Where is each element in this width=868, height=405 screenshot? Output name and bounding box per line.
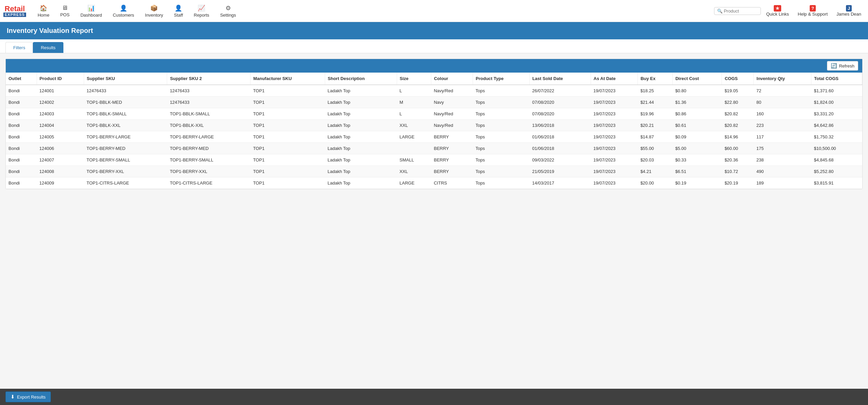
cell-8: Tops xyxy=(473,120,530,131)
cell-1: 124005 xyxy=(37,131,84,143)
nav-inventory[interactable]: 📦 Inventory xyxy=(140,2,168,20)
nav-dashboard-label: Dashboard xyxy=(80,13,102,18)
col-cogs: COGS xyxy=(722,73,754,85)
settings-icon: ⚙ xyxy=(225,4,231,12)
cell-11: $19.96 xyxy=(638,108,673,120)
cell-15: $4,845.68 xyxy=(811,154,862,166)
cell-14: 160 xyxy=(754,108,811,120)
cell-0: Bondi xyxy=(6,85,37,97)
cell-9: 26/07/2022 xyxy=(529,85,591,97)
cell-13: $20.36 xyxy=(722,154,754,166)
nav-dashboard[interactable]: 📊 Dashboard xyxy=(76,2,107,20)
cell-14: 72 xyxy=(754,85,811,97)
cell-6: LARGE xyxy=(397,177,431,189)
cell-1: 124009 xyxy=(37,177,84,189)
table-row: Bondi124006TOP1-BERRY-MEDTOP1-BERRY-MEDT… xyxy=(6,143,862,154)
cell-3: TOP1-BBLK-XXL xyxy=(167,120,251,131)
cell-5: Ladakh Top xyxy=(325,97,397,108)
logo-express: EXPRESS xyxy=(3,13,26,17)
cell-15: $10,500.00 xyxy=(811,143,862,154)
cell-14: 223 xyxy=(754,120,811,131)
cell-3: TOP1-BERRY-LARGE xyxy=(167,131,251,143)
nav-items: 🏠 Home 🖥 POS 📊 Dashboard 👤 Customers 📦 I… xyxy=(33,2,714,20)
cell-13: $14.96 xyxy=(722,131,754,143)
cell-14: 117 xyxy=(754,131,811,143)
tab-filters[interactable]: Filters xyxy=(5,42,33,53)
cell-12: $0.33 xyxy=(672,154,722,166)
table-row: Bondi124003TOP1-BBLK-SMALLTOP1-BBLK-SMAL… xyxy=(6,108,862,120)
col-short-desc: Short Description xyxy=(325,73,397,85)
cell-12: $0.86 xyxy=(672,108,722,120)
cell-15: $1,750.32 xyxy=(811,131,862,143)
help-badge: ? xyxy=(810,5,816,12)
cell-0: Bondi xyxy=(6,108,37,120)
cell-10: 19/07/2023 xyxy=(591,166,638,177)
cell-14: 80 xyxy=(754,97,811,108)
cell-15: $1,371.60 xyxy=(811,85,862,97)
inventory-icon: 📦 xyxy=(150,4,158,12)
cell-4: TOP1 xyxy=(250,143,325,154)
cell-12: $0.19 xyxy=(672,177,722,189)
nav-reports[interactable]: 📈 Reports xyxy=(189,2,214,20)
quick-links-badge: ★ xyxy=(774,5,781,12)
table-container: 🔄 Refresh Outlet Product ID Supplier SKU… xyxy=(5,59,863,189)
quick-links-btn[interactable]: ★ Quick Links xyxy=(763,3,792,19)
cell-11: $20.21 xyxy=(638,120,673,131)
cell-13: $22.80 xyxy=(722,97,754,108)
cell-8: Tops xyxy=(473,85,530,97)
cell-6: L xyxy=(397,108,431,120)
table-row: Bondi124007TOP1-BERRY-SMALLTOP1-BERRY-SM… xyxy=(6,154,862,166)
cell-4: TOP1 xyxy=(250,85,325,97)
cell-13: $60.00 xyxy=(722,143,754,154)
nav-pos[interactable]: 🖥 POS xyxy=(56,2,74,19)
cell-7: BERRY xyxy=(431,131,473,143)
cell-7: Navy/Red xyxy=(431,108,473,120)
product-search[interactable]: 🔍 xyxy=(714,7,761,15)
cell-13: $19.05 xyxy=(722,85,754,97)
cell-13: $20.82 xyxy=(722,120,754,131)
nav-customers[interactable]: 👤 Customers xyxy=(108,2,139,20)
cell-2: 12476433 xyxy=(84,85,167,97)
cell-10: 19/07/2023 xyxy=(591,97,638,108)
cell-7: BERRY xyxy=(431,143,473,154)
nav-home[interactable]: 🏠 Home xyxy=(33,2,54,20)
cell-13: $20.82 xyxy=(722,108,754,120)
cell-12: $1.36 xyxy=(672,97,722,108)
user-btn[interactable]: J James Dean xyxy=(833,3,865,19)
cell-11: $4.21 xyxy=(638,166,673,177)
cell-12: $0.09 xyxy=(672,131,722,143)
refresh-button[interactable]: 🔄 Refresh xyxy=(827,61,858,71)
cell-10: 19/07/2023 xyxy=(591,120,638,131)
cell-10: 19/07/2023 xyxy=(591,177,638,189)
col-size: Size xyxy=(397,73,431,85)
cell-6: LARGE xyxy=(397,131,431,143)
cell-10: 19/07/2023 xyxy=(591,131,638,143)
help-btn[interactable]: ? Help & Support xyxy=(794,3,831,19)
cell-2: TOP1-BERRY-SMALL xyxy=(84,154,167,166)
cell-11: $20.03 xyxy=(638,154,673,166)
cell-1: 124004 xyxy=(37,120,84,131)
cell-3: TOP1-BBLK-SMALL xyxy=(167,108,251,120)
cell-14: 490 xyxy=(754,166,811,177)
tabs-bar: Filters Results xyxy=(0,39,868,53)
cell-6: XXL xyxy=(397,120,431,131)
cell-15: $5,252.80 xyxy=(811,166,862,177)
app-logo[interactable]: Retail EXPRESS xyxy=(3,5,26,17)
nav-staff[interactable]: 👤 Staff xyxy=(169,2,188,20)
col-product-type: Product Type xyxy=(473,73,530,85)
col-direct-cost: Direct Cost xyxy=(672,73,722,85)
tab-results[interactable]: Results xyxy=(33,42,63,53)
refresh-icon: 🔄 xyxy=(831,63,837,69)
cell-8: Tops xyxy=(473,154,530,166)
dashboard-icon: 📊 xyxy=(87,4,95,12)
nav-settings[interactable]: ⚙ Settings xyxy=(215,2,241,20)
cell-8: Tops xyxy=(473,166,530,177)
home-icon: 🏠 xyxy=(40,4,47,12)
search-input[interactable] xyxy=(724,8,758,14)
cell-9: 09/03/2022 xyxy=(529,154,591,166)
col-total-cogs: Total COGS xyxy=(811,73,862,85)
quick-links-label: Quick Links xyxy=(766,12,789,17)
cell-9: 07/08/2020 xyxy=(529,97,591,108)
cell-10: 19/07/2023 xyxy=(591,85,638,97)
table-row: Bondi1240011247643312476433TOP1Ladakh To… xyxy=(6,85,862,97)
